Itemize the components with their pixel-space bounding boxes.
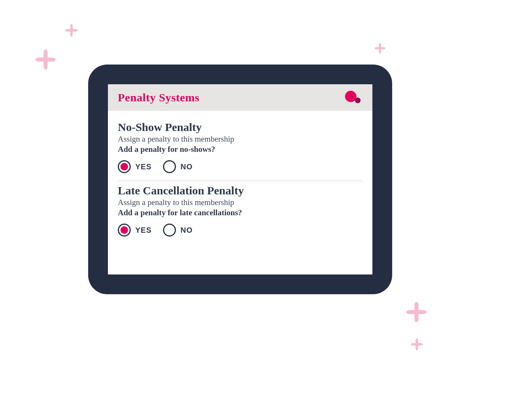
app-screen: Penalty Systems No-Show Penalty Assign a…: [108, 84, 372, 274]
radio-label: NO: [180, 226, 193, 235]
panel-title: Penalty Systems: [118, 91, 200, 104]
sparkle-icon: [404, 300, 429, 324]
panel-header: Penalty Systems: [108, 84, 372, 111]
section-title: Late Cancellation Penalty: [118, 184, 363, 197]
section-subtitle: Assign a penalty to this membership: [118, 134, 363, 144]
radio-indicator-icon: [163, 224, 176, 237]
radio-label: YES: [135, 226, 152, 235]
radio-indicator-icon: [118, 224, 131, 237]
radio-group-no-show: YES NO: [118, 160, 363, 173]
radio-no[interactable]: NO: [163, 160, 193, 173]
radio-yes[interactable]: YES: [118, 160, 152, 173]
panel-body: No-Show Penalty Assign a penalty to this…: [108, 111, 372, 274]
tablet-frame: Penalty Systems No-Show Penalty Assign a…: [88, 65, 392, 294]
sparkle-icon: [64, 23, 79, 38]
section-prompt: Add a penalty for late cancellations?: [118, 208, 363, 218]
radio-group-late-cancel: YES NO: [118, 224, 363, 237]
section-subtitle: Assign a penalty to this membership: [118, 198, 363, 207]
sparkle-icon: [33, 47, 58, 72]
radio-label: YES: [135, 162, 152, 171]
section-no-show: No-Show Penalty Assign a penalty to this…: [118, 118, 363, 181]
radio-indicator-icon: [118, 160, 131, 173]
sparkle-icon: [374, 42, 386, 55]
radio-no[interactable]: NO: [163, 224, 193, 237]
radio-label: NO: [180, 162, 193, 171]
radio-indicator-icon: [163, 160, 176, 173]
section-late-cancel: Late Cancellation Penalty Assign a penal…: [118, 181, 363, 244]
section-title: No-Show Penalty: [118, 121, 363, 134]
two-circles-icon: [345, 90, 363, 105]
sparkle-icon: [410, 337, 424, 352]
radio-yes[interactable]: YES: [118, 224, 152, 237]
section-prompt: Add a penalty for no-shows?: [118, 145, 363, 154]
